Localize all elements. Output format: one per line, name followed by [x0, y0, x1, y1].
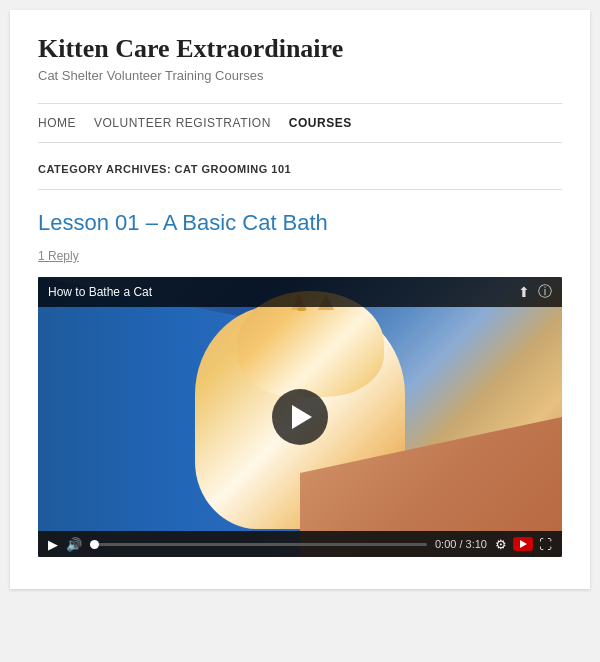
info-icon[interactable]: ⓘ [538, 283, 552, 301]
play-button[interactable] [272, 389, 328, 445]
video-controls: ▶ 🔊 0:00 / 3:10 ⚙ ⛶ [38, 531, 562, 557]
reply-link[interactable]: 1 Reply [38, 249, 79, 263]
nav-bar: HOME VOLUNTEER REGISTRATION COURSES [38, 103, 562, 143]
site-subtitle: Cat Shelter Volunteer Training Courses [38, 68, 562, 83]
play-pause-button[interactable]: ▶ [48, 538, 58, 551]
youtube-icon[interactable] [513, 537, 533, 551]
ctrl-icons-right: ⚙ ⛶ [495, 537, 552, 551]
section-divider [38, 189, 562, 190]
site-title: Kitten Care Extraordinaire [38, 34, 562, 64]
volume-button[interactable]: 🔊 [66, 538, 82, 551]
time-display: 0:00 / 3:10 [435, 538, 487, 550]
share-icon[interactable]: ⬆ [518, 284, 530, 301]
progress-dot [90, 540, 99, 549]
page-wrapper: Kitten Care Extraordinaire Cat Shelter V… [10, 10, 590, 589]
video-title-bar: How to Bathe a Cat ⬆ ⓘ [38, 277, 562, 307]
lesson-title[interactable]: Lesson 01 – A Basic Cat Bath [38, 210, 562, 236]
cat-eye-left [297, 307, 306, 311]
video-title-icons: ⬆ ⓘ [518, 283, 552, 301]
category-heading: CATEGORY ARCHIVES: CAT GROOMING 101 [38, 163, 562, 175]
fullscreen-button[interactable]: ⛶ [539, 538, 552, 551]
nav-courses[interactable]: COURSES [289, 114, 370, 132]
settings-icon[interactable]: ⚙ [495, 538, 507, 551]
video-container: How to Bathe a Cat ⬆ ⓘ ▶ 🔊 [38, 277, 562, 557]
video-thumbnail[interactable] [38, 277, 562, 557]
nav-volunteer-registration[interactable]: VOLUNTEER REGISTRATION [94, 114, 289, 132]
progress-bar[interactable] [90, 543, 427, 546]
nav-home[interactable]: HOME [38, 114, 94, 132]
video-title-text: How to Bathe a Cat [48, 285, 152, 299]
